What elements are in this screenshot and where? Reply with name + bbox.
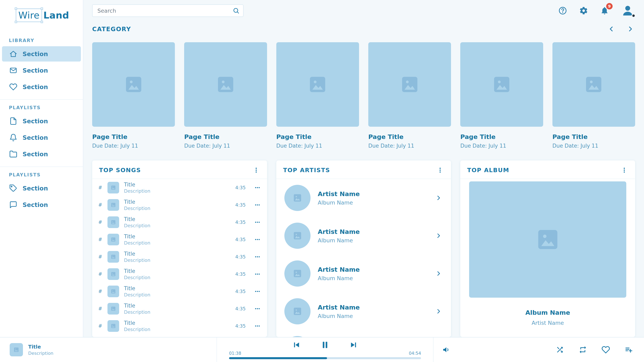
song-menu-button[interactable]	[253, 322, 262, 330]
song-thumbnail	[108, 251, 119, 263]
song-row[interactable]: # Title Description 4:35	[92, 214, 267, 231]
user-avatar[interactable]	[620, 3, 635, 18]
song-index: #	[98, 237, 103, 242]
repeat-button[interactable]	[578, 345, 588, 355]
song-text: Title Description	[124, 285, 230, 298]
song-row[interactable]: # Title Description 4:35	[92, 300, 267, 317]
image-icon	[111, 289, 116, 294]
song-menu-button[interactable]	[253, 184, 262, 192]
favorite-button[interactable]	[601, 345, 610, 355]
song-row[interactable]: # Title Description 4:35	[92, 196, 267, 214]
artist-open-button[interactable]	[434, 307, 443, 316]
artist-row[interactable]: Artist Name Album Name	[276, 292, 451, 330]
ellipsis-icon	[254, 202, 260, 208]
next-track-button[interactable]	[348, 339, 359, 351]
category-prev-button[interactable]	[606, 24, 616, 34]
song-menu-button[interactable]	[253, 305, 262, 313]
image-icon	[216, 75, 235, 94]
ellipsis-icon	[254, 254, 260, 260]
home-icon	[9, 50, 17, 58]
category-next-button[interactable]	[626, 24, 635, 34]
song-text: Title Description	[124, 320, 230, 332]
song-title: Title	[124, 268, 230, 274]
song-index: #	[98, 271, 103, 277]
sidebar-item-folders[interactable]: Section	[2, 146, 81, 162]
artist-open-button[interactable]	[434, 193, 443, 202]
category-card[interactable]: Page Title Due Date: July 11	[368, 42, 451, 149]
artist-open-button[interactable]	[434, 231, 443, 240]
song-menu-button[interactable]	[253, 287, 262, 296]
artist-name: Artist Name	[318, 190, 427, 198]
artist-row[interactable]: Artist Name Album Name	[276, 330, 451, 337]
song-menu-button[interactable]	[253, 236, 262, 244]
pause-button[interactable]	[320, 339, 331, 351]
online-status-dot	[632, 14, 636, 18]
top-songs-menu-button[interactable]	[252, 166, 260, 174]
artist-row[interactable]: Artist Name Album Name	[276, 255, 451, 292]
image-icon	[536, 227, 560, 252]
song-description: Description	[124, 223, 230, 228]
song-row[interactable]: # Title Description 4:35	[92, 283, 267, 300]
song-row[interactable]: # Title Description 4:35	[92, 248, 267, 266]
image-icon	[111, 220, 116, 225]
top-album-menu-button[interactable]	[620, 166, 628, 174]
song-row[interactable]: # Title Description 4:35	[92, 266, 267, 283]
album-artist: Artist Name	[532, 320, 564, 326]
search-icon[interactable]	[233, 7, 240, 14]
sidebar-item-favorites[interactable]: Section	[2, 79, 81, 94]
card-image-placeholder	[276, 42, 359, 127]
settings-button[interactable]	[578, 5, 589, 16]
search-box	[92, 4, 244, 17]
category-card[interactable]: Page Title Due Date: July 11	[92, 42, 175, 149]
image-icon	[111, 254, 116, 259]
category-card[interactable]: Page Title Due Date: July 11	[460, 42, 543, 149]
song-row[interactable]: # Title Description 4:35	[92, 231, 267, 248]
skip-next-icon	[349, 340, 358, 350]
top-songs-panel: TOP SONGS # Title Description	[92, 160, 267, 337]
card-date: Due Date: July 11	[552, 143, 635, 149]
kebab-menu-icon	[621, 167, 628, 173]
sidebar-item-notifications[interactable]: Section	[2, 130, 81, 145]
add-to-playlist-button[interactable]	[624, 345, 634, 355]
sidebar-item-inbox[interactable]: Section	[2, 63, 81, 78]
song-description: Description	[124, 275, 230, 280]
artist-open-button[interactable]	[434, 269, 443, 278]
sidebar-item-label: Section	[22, 151, 48, 158]
song-duration: 4:35	[235, 289, 246, 294]
image-icon	[492, 75, 512, 94]
song-row[interactable]: # Title Description 4:35	[92, 179, 267, 196]
top-album-body: Album Name Artist Name	[460, 179, 635, 337]
player-controls-section: 01:38 04:54	[217, 338, 434, 362]
sidebar-item-tags[interactable]: Section	[2, 181, 81, 196]
song-index: #	[98, 185, 103, 190]
category-card[interactable]: Page Title Due Date: July 11	[276, 42, 359, 149]
volume-icon	[442, 346, 450, 354]
card-date: Due Date: July 11	[460, 143, 543, 149]
category-card[interactable]: Page Title Due Date: July 11	[184, 42, 267, 149]
song-menu-button[interactable]	[253, 270, 262, 278]
song-menu-button[interactable]	[253, 218, 262, 226]
category-card[interactable]: Page Title Due Date: July 11	[552, 42, 635, 149]
shuffle-button[interactable]	[555, 345, 565, 355]
sidebar-item-label: Section	[22, 83, 48, 90]
search-input[interactable]	[92, 4, 244, 17]
notifications-button[interactable]: 9	[599, 5, 610, 16]
sidebar-item-messages[interactable]: Section	[2, 197, 81, 212]
artist-row[interactable]: Artist Name Album Name	[276, 217, 451, 255]
ellipsis-icon	[254, 237, 260, 243]
album-image-placeholder[interactable]	[469, 181, 626, 298]
progress-bar[interactable]	[229, 357, 421, 359]
song-description: Description	[124, 327, 230, 332]
previous-track-button[interactable]	[291, 339, 302, 351]
top-songs-header: TOP SONGS	[92, 160, 267, 179]
sidebar-item-home[interactable]: Section	[2, 46, 81, 61]
song-menu-button[interactable]	[253, 253, 262, 261]
sidebar-item-documents[interactable]: Section	[2, 113, 81, 129]
volume-button[interactable]	[442, 345, 451, 355]
song-menu-button[interactable]	[253, 201, 262, 209]
song-row[interactable]: # Title Description 4:35	[92, 317, 267, 335]
artist-row[interactable]: Artist Name Album Name	[276, 179, 451, 217]
player-progress-fill	[229, 357, 327, 359]
top-artists-menu-button[interactable]	[436, 166, 444, 174]
help-button[interactable]	[558, 5, 568, 16]
